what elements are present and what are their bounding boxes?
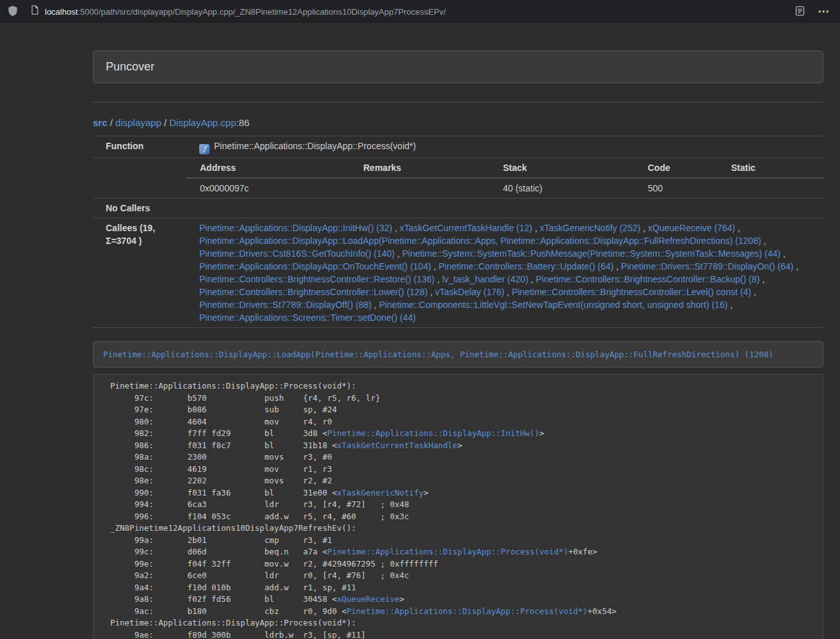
callee-link[interactable]: Pinetime::Applications::DisplayApp::Init… [199,223,392,233]
callees-list: Pinetime::Applications::DisplayApp::Init… [186,218,823,328]
function-row-label: Function [93,136,186,158]
breadcrumb-link-src[interactable]: src [93,117,108,128]
callee-link[interactable]: Pinetime::Controllers::BrightnessControl… [512,287,751,297]
code-text: 982: f7ff fd29 bl 3d8 < [110,428,327,438]
breadcrumb-separator: / [161,117,170,128]
callee-separator: , [392,223,400,233]
no-callers-row: No Callers [93,198,823,218]
callee-link[interactable]: xQueueReceive (764) [648,223,735,233]
callee-link[interactable]: Pinetime::Components::LittleVgl::SetNewT… [379,300,728,310]
column-address: Address [186,158,350,178]
code-text: 9ae: f89d 300b ldrb.w r3, [sp, #11] [110,630,366,639]
code-text: 99a: 2b01 cmp r3, #1 [110,535,332,545]
shield-icon[interactable] [8,5,18,17]
code-text: 98a: 2300 movs r3, #0 [110,452,332,462]
code-text: Pinetime::Applications::DisplayApp::Proc… [110,618,356,627]
code-text: 98c: 4619 mov r1, r3 [110,464,332,474]
code-line: 986: f031 f8c7 bl 31b18 <xTaskGetCurrent… [110,440,816,452]
callee-separator: , [614,261,622,271]
callee-separator: , [780,248,786,259]
code-line: 990: f031 fa36 bl 31e00 <xTaskGenericNot… [110,487,816,499]
callees-label: Callees (19, Σ=3704 ) [93,218,186,328]
callee-link[interactable]: Pinetime::Controllers::BrightnessControl… [536,274,759,284]
code-text: Pinetime::Applications::DisplayApp::Proc… [110,381,356,391]
code-text: +0xfe> [568,547,597,556]
function-details-row: Address Remarks Stack Code Static 0x0000… [93,158,823,198]
code-text: 98e: 2202 movs r2, #2 [110,476,332,485]
breadcrumb-line-number: :86 [236,117,250,128]
callees-row: Callees (19, Σ=3704 ) Pinetime::Applicat… [93,218,823,328]
address-bar[interactable]: localhost:5000/path/src/displayapp/Displ… [31,5,446,17]
callee-separator: , [751,287,756,297]
callee-link[interactable]: Pinetime::Drivers::St7789::DisplayOn() (… [621,261,793,271]
callee-separator: , [641,223,648,233]
callee-separator: , [434,274,442,284]
code-line: 996: f104 053c add.w r5, r4, #60 ; 0x3c [110,511,816,523]
code-text: +0x54> [588,606,616,616]
code-symbol-link[interactable]: xTaskGenericNotify [337,488,424,497]
callee-link[interactable]: xTaskGetCurrentTaskHandle (12) [400,223,532,233]
code-line: 97e: b086 sub sp, #24 [110,404,816,416]
remarks-value [350,178,490,198]
url-host: localhost [45,7,78,17]
callee-link[interactable]: Pinetime::Drivers::St7789::DisplayOff() … [199,300,372,310]
code-line: 9a8: f02f fd56 bl 30458 <xQueueReceive> [110,594,816,606]
address-value: 0x0000097c [186,178,350,198]
code-text: 986: f031 f8c7 bl 31b18 < [110,441,337,450]
disassembly-code: Pinetime::Applications::DisplayApp::Proc… [93,374,823,639]
breadcrumb: src / displayapp / DisplayApp.cpp:86 [93,117,823,129]
page-icon [31,5,39,15]
callee-link[interactable]: Pinetime::Controllers::BrightnessControl… [199,274,434,284]
code-symbol-link[interactable]: Pinetime::Applications::DisplayApp::Init… [327,428,539,438]
callee-link[interactable]: Pinetime::Applications::DisplayApp::Load… [199,236,761,246]
breadcrumb-link-displayapp[interactable]: displayapp [115,117,161,128]
callee-separator: , [532,223,540,233]
code-symbol-link[interactable]: Pinetime::Applications::DisplayApp::Proc… [347,606,588,616]
callee-link[interactable]: xTaskGenericNotify (252) [539,223,640,233]
snippet-heading-link[interactable]: Pinetime::Applications::DisplayApp::Load… [103,350,773,359]
page-title: Puncover [106,60,154,73]
function-icon: ƒ [199,144,210,154]
code-text: 996: f104 053c add.w r5, r4, #60 ; 0x3c [110,512,409,521]
callee-separator: , [760,274,765,284]
callee-link[interactable]: vTaskDelay (176) [435,287,504,297]
callee-separator: , [431,261,439,271]
code-text: 9ac: b180 cbz r0, 9d0 < [110,606,347,616]
callee-link[interactable]: Pinetime::Applications::DisplayApp::OnTo… [199,261,431,271]
code-line: 98c: 4619 mov r1, r3 [110,464,816,476]
code-symbol-link[interactable]: xQueueReceive [337,594,400,604]
code-text: > [424,488,429,497]
code-symbol-link[interactable]: xTaskGetCurrentTaskHandle [337,441,457,450]
details-value-row: 0x0000097c 40 (static) 500 [186,178,823,198]
callee-link[interactable]: lv_task_handler (420) [442,274,529,284]
callee-link[interactable]: Pinetime::Controllers::Battery::Update()… [439,261,614,271]
page-title-panel: Puncover [93,51,823,83]
code-text: _ZN8Pinetime12Applications10DisplayApp7R… [110,523,356,533]
code-line: 9a4: f10d 010b add.w r1, sp, #11 [110,582,816,594]
code-line: 9a2: 6ce0 ldr r0, [r4, #76] ; 0x4c [110,570,816,582]
reader-mode-icon[interactable] [795,6,805,16]
no-callers-label: No Callers [93,198,186,218]
callee-link[interactable]: Pinetime::Drivers::Cst816S::GetTouchInfo… [199,248,395,259]
code-text: > [539,428,545,438]
callee-link[interactable]: Pinetime::Controllers::BrightnessControl… [199,287,427,297]
callee-separator: , [372,300,379,310]
code-line: 99e: f04f 32ff mov.w r2, #4294967295 ; 0… [110,558,816,570]
code-size-value: 500 [634,178,718,198]
url-path: :5000/path/src/displayapp/DisplayApp.cpp… [78,7,446,17]
code-text: > [400,594,405,604]
code-line: 99c: d06d beq.n a7a <Pinetime::Applicati… [110,546,816,558]
callee-link[interactable]: Pinetime::System::SystemTask::PushMessag… [402,248,781,259]
menu-icon[interactable]: ⋯ [818,5,830,17]
code-line: Pinetime::Applications::DisplayApp::Proc… [110,617,816,629]
code-text: 994: 6ca3 ldr r3, [r4, #72] ; 0x48 [110,499,409,509]
snippet-heading-panel: Pinetime::Applications::DisplayApp::Load… [93,341,823,368]
code-symbol-link[interactable]: Pinetime::Applications::DisplayApp::Proc… [327,547,568,556]
callee-link[interactable]: Pinetime::Applications::Screens::Timer::… [199,312,416,323]
callee-separator: , [761,236,766,246]
breadcrumb-link-DisplayApp.cpp[interactable]: DisplayApp.cpp [169,117,236,128]
callee-separator: , [427,287,435,297]
code-text: 980: 4604 mov r4, r0 [110,417,332,426]
code-line: 982: f7ff fd29 bl 3d8 <Pinetime::Applica… [110,428,816,440]
code-text: 99e: f04f 32ff mov.w r2, #4294967295 ; 0… [110,559,438,569]
